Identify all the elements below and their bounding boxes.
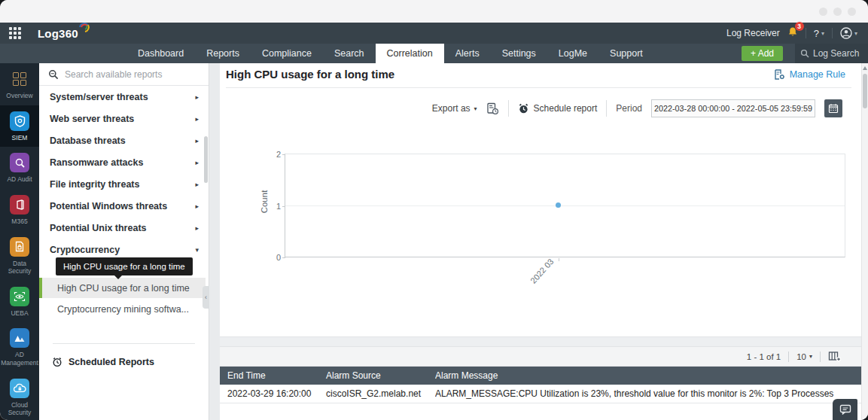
alarms-table-header: End Time Alarm Source Alarm Message	[220, 367, 861, 385]
cell-alarm-message: ALARM_MESSAGE:CPU Utilization is 23%, th…	[435, 388, 861, 399]
window-titlebar	[0, 0, 868, 23]
content-scrollbar[interactable]	[861, 63, 868, 420]
logo-swoosh-icon	[78, 22, 90, 32]
column-alarm-message: Alarm Message	[435, 370, 861, 381]
nav-tab-support[interactable]: Support	[598, 44, 654, 63]
category-file-integrity-threats[interactable]: File integrity threats ▸	[39, 173, 209, 195]
panel-divider	[53, 343, 195, 344]
rule-gear-icon	[774, 69, 785, 80]
nav-tab-settings[interactable]: Settings	[491, 44, 547, 63]
manage-rule-link[interactable]: Manage Rule	[774, 69, 845, 80]
scheduled-reports-link[interactable]: Scheduled Reports	[52, 357, 154, 367]
schedule-report-button[interactable]: Schedule report	[518, 103, 598, 114]
nav-tab-correlation[interactable]: Correlation	[376, 44, 444, 63]
page-size-dropdown[interactable]: 10 ▾	[796, 352, 812, 361]
scrollbar-thumb[interactable]	[863, 74, 867, 108]
rail-item-m365[interactable]: M365	[0, 189, 39, 231]
nav-tab-reports[interactable]: Reports	[195, 44, 251, 63]
report-search-input[interactable]	[65, 69, 193, 80]
y-tick-2: 2	[270, 150, 281, 159]
table-row[interactable]: 2022-03-29 16:20:00 ciscoISR_G2.melab.ne…	[220, 385, 861, 403]
panel-scrollbar-thumb[interactable]	[204, 136, 208, 183]
chevron-right-icon: ▸	[195, 159, 199, 166]
pagination-divider	[788, 352, 789, 362]
scroll-up-arrow-icon[interactable]	[863, 66, 867, 70]
header-divider	[226, 87, 851, 88]
report-item-high-cpu-selected[interactable]: High CPU usage for a long time	[39, 278, 206, 298]
calendar-icon	[828, 103, 839, 114]
log-search-input[interactable]	[813, 48, 861, 59]
shield-icon	[10, 111, 29, 131]
panel-collapse-handle[interactable]: ‹	[203, 286, 209, 309]
notifications-bell-icon[interactable]: 3	[787, 26, 798, 40]
category-potential-unix-threats[interactable]: Potential Unix threats ▸	[39, 217, 209, 239]
rail-item-siem[interactable]: SIEM	[0, 105, 39, 148]
chart-y-axis-label: Count	[260, 190, 269, 214]
search-icon	[48, 69, 59, 80]
notification-count-badge: 3	[795, 22, 804, 31]
y-tick-1: 1	[270, 202, 281, 211]
category-database-threats[interactable]: Database threats ▸	[39, 129, 209, 151]
app-launcher-icon[interactable]	[9, 27, 21, 39]
chevron-down-icon: ▾	[809, 353, 812, 360]
rail-item-ad-management[interactable]: AD Management	[0, 322, 39, 372]
count-over-time-chart: 2 1 0	[285, 154, 845, 257]
export-history-icon[interactable]	[486, 102, 499, 115]
overview-grid-icon	[10, 69, 29, 89]
rail-item-overview[interactable]: Overview	[0, 63, 39, 105]
nav-tab-alerts[interactable]: Alerts	[444, 44, 491, 63]
user-account-menu[interactable]: ▾	[840, 27, 857, 39]
rail-item-cloud-security[interactable]: Cloud Security	[0, 373, 39, 420]
cloud-lock-icon	[10, 379, 29, 398]
category-potential-windows-threats[interactable]: Potential Windows threats ▸	[39, 195, 209, 217]
window-control-dot[interactable]	[848, 8, 856, 16]
eye-scan-icon	[10, 287, 29, 306]
report-item-crypto-mining[interactable]: Cryptocurrency mining softwa...	[39, 299, 206, 319]
table-pagination-row: 1 - 1 of 1 10 ▾	[220, 347, 861, 367]
calendar-button[interactable]	[824, 99, 842, 117]
alarm-clock-icon	[52, 357, 62, 367]
help-menu[interactable]: ? ▾	[814, 28, 824, 39]
rail-item-data-security[interactable]: Data Security	[0, 231, 39, 281]
category-ransomware-attacks[interactable]: Ransomware attacks ▸	[39, 151, 209, 173]
chevron-down-icon: ▾	[195, 246, 199, 254]
nav-tab-search[interactable]: Search	[323, 44, 376, 63]
chevron-right-icon: ▸	[195, 93, 199, 101]
section-gap	[220, 336, 861, 347]
help-label: ?	[814, 28, 819, 39]
add-button[interactable]: + Add	[742, 46, 783, 61]
report-tooltip: High CPU usage for a long time	[56, 257, 193, 275]
report-search-row	[39, 63, 209, 86]
cell-end-time: 2022-03-29 16:20:00	[220, 388, 326, 399]
pagination-range: 1 - 1 of 1	[747, 352, 781, 361]
cell-alarm-source: ciscoISR_G2.melab.net	[326, 388, 435, 399]
reports-panel: System/server threats ▸ Web server threa…	[39, 63, 209, 420]
feedback-chat-widget[interactable]	[833, 399, 857, 420]
magnifier-icon	[10, 153, 29, 172]
window-control-dot[interactable]	[833, 8, 842, 16]
period-range-input[interactable]	[651, 99, 815, 117]
category-web-server-threats[interactable]: Web server threats ▸	[39, 108, 209, 129]
export-as-dropdown[interactable]: Export as ▾	[432, 103, 477, 114]
nav-tab-logme[interactable]: LogMe	[547, 44, 598, 63]
chat-bubble-icon	[839, 404, 851, 415]
chevron-down-icon: ▾	[474, 105, 477, 112]
gridline	[285, 205, 845, 206]
nav-tab-dashboard[interactable]: Dashboard	[126, 44, 195, 63]
column-chooser-icon[interactable]	[828, 351, 842, 362]
chart-point[interactable]	[556, 202, 561, 208]
nav-tab-compliance[interactable]: Compliance	[251, 44, 323, 63]
app-window: Log360 Log Receiver 3 ? ▾	[0, 0, 868, 420]
rail-item-ad-audit[interactable]: AD Audit	[0, 147, 39, 189]
report-toolbar: Export as ▾ Schedul	[432, 98, 842, 119]
window-control-dot[interactable]	[819, 8, 827, 16]
log-search-box[interactable]	[795, 44, 868, 63]
file-lock-icon	[10, 237, 29, 257]
log360-logo: Log360	[38, 27, 89, 40]
column-end-time: End Time	[220, 370, 326, 381]
chevron-right-icon: ▸	[195, 181, 199, 188]
rail-item-ueba[interactable]: UEBA	[0, 281, 39, 323]
x-tick-mark	[559, 258, 559, 261]
log-receiver-link[interactable]: Log Receiver	[726, 28, 780, 38]
category-system-server-threats[interactable]: System/server threats ▸	[39, 86, 209, 108]
